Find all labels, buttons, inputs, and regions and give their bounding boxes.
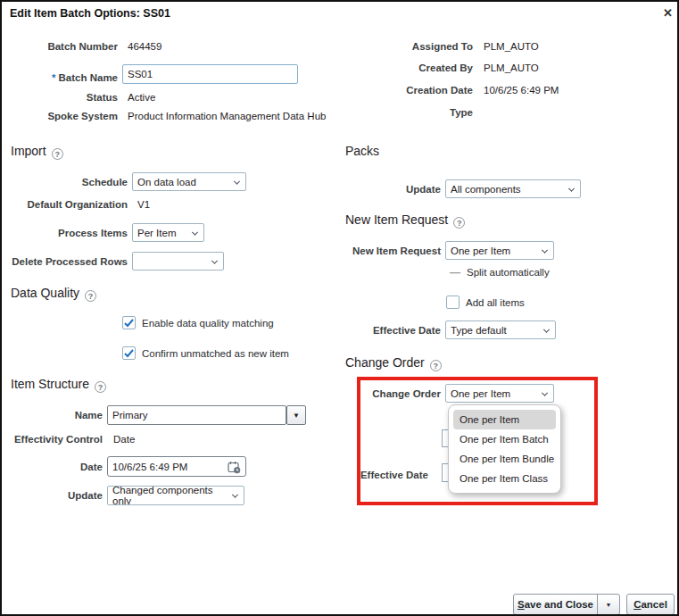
packs-update-value: All components [451, 184, 521, 195]
split-automatically-label: Split automatically [467, 267, 550, 278]
structure-update-select[interactable]: Changed components only [107, 486, 244, 505]
enable-matching-label: Enable data quality matching [142, 318, 274, 329]
change-order-heading-text: Change Order [345, 355, 425, 370]
creation-date-label: Creation Date [406, 85, 473, 96]
save-and-close-dropdown-button[interactable]: ▼ [597, 594, 620, 615]
dialog-title: Edit Item Batch Options: SS01 [10, 7, 170, 20]
process-items-select[interactable]: Per Item [132, 223, 204, 242]
process-items-label: Process Items [58, 228, 128, 238]
enable-matching-checkbox[interactable] [122, 316, 136, 329]
new-item-request-heading-text: New Item Request [345, 212, 448, 227]
checkmark-icon [124, 349, 134, 358]
structure-name-label: Name [75, 410, 103, 420]
chevron-down-icon [192, 229, 198, 235]
structure-date-label: Date [80, 462, 103, 472]
item-structure-heading-text: Item Structure [11, 377, 89, 391]
packs-update-label: Update [406, 184, 441, 195]
chevron-down-icon [543, 326, 550, 332]
item-structure-section-heading: Item Structure? [11, 377, 106, 393]
chevron-down-icon [542, 389, 548, 395]
process-items-value: Per Item [137, 228, 176, 238]
date-time-picker-icon[interactable] [228, 461, 241, 476]
chevron-down-icon [234, 178, 240, 184]
effectivity-control-value: Date [113, 434, 135, 445]
new-item-request-value: One per Item [451, 246, 510, 256]
schedule-label: Schedule [82, 177, 128, 187]
status-value: Active [128, 92, 155, 103]
structure-date-value: 10/6/25 6:49 PM [112, 462, 187, 472]
help-icon[interactable]: ? [52, 148, 63, 160]
effectivity-control-label: Effectivity Control [14, 434, 103, 445]
structure-name-value: Primary [112, 410, 148, 420]
nir-effective-date-label: Effective Date [373, 325, 441, 336]
help-icon[interactable]: ? [95, 381, 106, 393]
chevron-down-icon [232, 492, 238, 498]
data-quality-section-heading: Data Quality? [11, 286, 96, 302]
nir-effective-date-value: Type default [451, 325, 507, 336]
help-icon[interactable]: ? [85, 290, 96, 302]
structure-date-input[interactable]: 10/6/25 6:49 PM [107, 456, 246, 477]
chevron-down-icon [568, 185, 575, 191]
assigned-to-value: PLM_AUTO [484, 41, 539, 52]
type-label: Type [450, 107, 473, 118]
packs-update-select[interactable]: All components [445, 179, 581, 198]
dropdown-option-one-per-item-batch[interactable]: One per Item Batch [453, 429, 556, 449]
created-by-label: Created By [418, 62, 473, 73]
default-organization-label: Default Organization [28, 199, 128, 210]
change-order-dropdown-popup: One per Item One per Item Batch One per … [448, 404, 561, 494]
new-item-request-section-heading: New Item Request? [345, 212, 465, 229]
spoke-system-label: Spoke System [47, 111, 118, 121]
co-effective-date-label: Effective Date [360, 470, 428, 480]
edit-item-batch-options-dialog: Edit Item Batch Options: SS01 ✕ Batch Nu… [0, 0, 679, 616]
new-item-request-label: New Item Request [352, 246, 441, 256]
batch-name-label: Batch Name [59, 72, 118, 83]
dropdown-option-one-per-item-class[interactable]: One per Item Class [453, 469, 556, 488]
batch-name-label-row: *Batch Name [52, 69, 118, 85]
chevron-down-icon [211, 257, 218, 263]
batch-number-value: 464459 [128, 41, 161, 52]
delete-processed-rows-select[interactable] [132, 252, 224, 271]
structure-name-dropdown-button[interactable]: ▼ [286, 405, 306, 425]
new-item-request-select[interactable]: One per Item [445, 241, 554, 260]
chevron-down-icon [542, 246, 548, 253]
help-icon[interactable]: ? [453, 217, 465, 229]
nir-effective-date-select[interactable]: Type default [445, 320, 556, 339]
save-and-close-label: Save and Close [518, 599, 593, 610]
structure-name-combobox[interactable]: Primary [107, 405, 286, 425]
creation-date-value: 10/6/25 6:49 PM [484, 85, 559, 96]
structure-update-label: Update [68, 490, 103, 501]
confirm-unmatched-label: Confirm unmatched as new item [142, 348, 289, 359]
import-section-heading: Import? [11, 144, 63, 160]
change-order-select[interactable]: One per Item [445, 384, 554, 403]
confirm-unmatched-checkbox[interactable] [122, 346, 136, 360]
data-quality-heading-text: Data Quality [11, 286, 79, 300]
status-label: Status [87, 92, 118, 103]
add-all-items-label: Add all items [466, 297, 525, 308]
structure-update-value: Changed components only [112, 486, 228, 505]
add-all-items-checkbox[interactable] [446, 296, 460, 309]
spoke-system-value: Product Information Management Data Hub [128, 111, 326, 121]
schedule-select[interactable]: On data load [132, 172, 246, 191]
change-order-label: Change Order [372, 388, 441, 399]
schedule-value: On data load [137, 177, 196, 187]
packs-section-heading: Packs [345, 144, 379, 158]
import-heading-text: Import [11, 144, 46, 158]
cancel-button[interactable]: Cancel [626, 594, 675, 615]
close-icon[interactable]: ✕ [663, 7, 673, 20]
batch-number-label: Batch Number [47, 41, 118, 52]
cancel-label: Cancel [633, 599, 667, 610]
required-marker: * [52, 72, 55, 83]
help-icon[interactable]: ? [430, 360, 442, 371]
dropdown-option-one-per-item-bundle[interactable]: One per Item Bundle [453, 449, 556, 469]
change-order-section-heading: Change Order? [345, 355, 442, 371]
assigned-to-label: Assigned To [412, 41, 473, 52]
checkmark-icon [124, 319, 134, 328]
default-organization-value: V1 [137, 199, 150, 210]
save-and-close-button[interactable]: Save and Close [513, 594, 598, 615]
delete-processed-rows-label: Delete Processed Rows [12, 256, 128, 267]
created-by-value: PLM_AUTO [484, 62, 539, 73]
batch-name-input[interactable] [122, 64, 298, 84]
change-order-value: One per Item [451, 388, 510, 399]
split-automatically-disabled-checkbox: — [450, 266, 460, 279]
dropdown-option-one-per-item[interactable]: One per Item [453, 410, 556, 429]
